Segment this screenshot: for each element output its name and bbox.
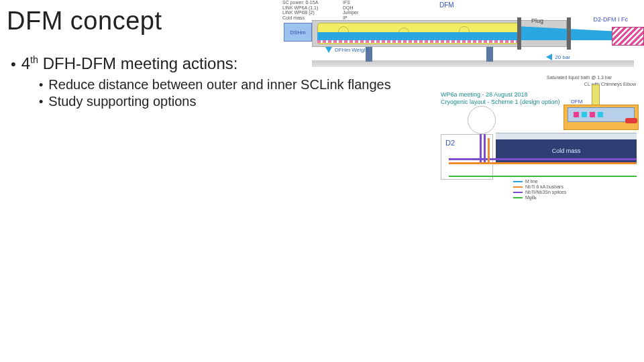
legend-row: NbTi 6 kA busbars — [513, 184, 566, 189]
bullet-l1-rest: DFH-DFM meeting actions: — [38, 54, 237, 72]
bullet-l2-text-1: Study supporting options — [48, 94, 196, 109]
figure1-busbar-stripe — [317, 40, 519, 43]
arrow-left-icon — [546, 54, 552, 60]
d2-label: D2 — [445, 139, 455, 147]
busbar-line — [449, 162, 637, 164]
legend-line: IFS — [343, 0, 358, 5]
bullet-l2-text-0: Reduce distance between outer and inner … — [48, 77, 390, 93]
figure2-legend: M line NbTi 6 kA busbars NbTi/Nb3Sn spli… — [513, 179, 566, 201]
mgb2-line — [449, 176, 637, 177]
figure-dfm-side-view: SC power: 0-15A LINK WP6A (1,1) LINK WP6… — [278, 0, 644, 72]
saturated-bath-note: Saturated liquid bath @ 1.3 bar — [547, 75, 612, 80]
d2-dfm-interface-label: D2-DFM I Fc — [594, 16, 629, 23]
legend-row: M line — [513, 179, 566, 184]
bullet-dot: • — [39, 79, 43, 91]
ordinal-suffix: th — [30, 54, 38, 65]
weight-label: DFHm Weight — [335, 47, 368, 53]
figure-cryogenic-layout: Saturated liquid bath @ 1.3 bar CL with … — [441, 75, 639, 201]
figure1-flange — [567, 17, 571, 50]
arrow-down-icon — [325, 47, 332, 53]
plug-label: Plug — [531, 17, 543, 24]
dfm-inner-label: DFM — [571, 99, 582, 105]
splice-line — [449, 158, 637, 160]
figure2-port-circle — [468, 106, 496, 134]
legend-row: MgB₂ — [513, 195, 566, 200]
figure-group: SC power: 0-15A LINK WP6A (1,1) LINK WP6… — [278, 0, 644, 72]
figure2-vessel-top — [496, 133, 637, 139]
figure2-end-cap — [625, 118, 637, 123]
pressure-label: 20 bar — [555, 54, 570, 60]
pressure-arrow: 20 bar — [546, 54, 570, 60]
caption-line2: Cryogenic layout - Scheme 1 (design opti… — [441, 99, 560, 106]
dshm-box: DSHm — [284, 23, 312, 42]
figure2-caption: WP6a meeting - 28 August 2018 Cryogenic … — [441, 91, 560, 106]
legend-line: SC power: 0-15A — [282, 0, 318, 5]
figure1-flange — [517, 17, 521, 50]
ordinal-number: 4 — [21, 54, 30, 72]
figure1-ground — [312, 60, 634, 67]
legend-line: LINK WP6B (2) — [282, 10, 318, 15]
legend-line: DQH — [343, 5, 358, 11]
figure1-legend-right: IFS DQH Jumper IP — [343, 0, 358, 21]
bullet-dot: • — [39, 96, 43, 108]
bullet-l1-text: 4th DFH-DFM meeting actions: — [21, 54, 238, 73]
weight-arrow: DFHm Weight — [325, 47, 368, 53]
caption-line1: WP6a meeting - 28 August 2018 — [441, 91, 560, 99]
bullet-dot: • — [11, 57, 16, 72]
legend-row: NbTi/Nb3Sn splices — [513, 190, 566, 194]
dfm-label: DFM — [439, 1, 454, 9]
figure1-end-block — [612, 27, 644, 46]
figure1-support — [486, 47, 493, 62]
legend-line: LINK WP6A (1,1) — [282, 5, 318, 11]
figure1-legend: SC power: 0-15A LINK WP6A (1,1) LINK WP6… — [282, 0, 318, 21]
legend-line: Jumper — [343, 10, 358, 15]
figure2-dfm-module: DFM — [568, 107, 635, 122]
